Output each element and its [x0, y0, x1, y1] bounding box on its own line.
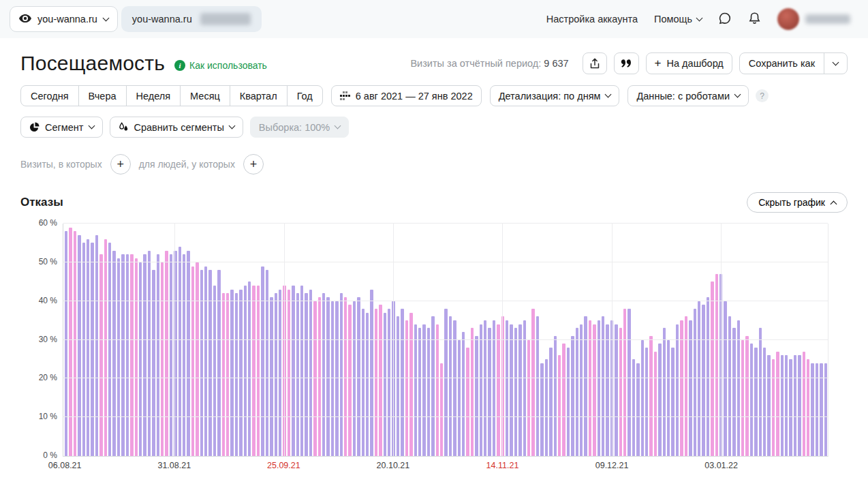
bar[interactable] [820, 363, 822, 456]
bar[interactable] [767, 355, 770, 456]
bar[interactable] [309, 290, 312, 456]
site-selector[interactable]: you-wanna.ru [10, 6, 118, 32]
bar[interactable] [732, 328, 735, 456]
help-icon[interactable]: ? [756, 89, 769, 102]
help-menu[interactable]: Помощь [654, 14, 702, 25]
bar[interactable] [781, 355, 784, 456]
bar[interactable] [750, 344, 753, 456]
bar[interactable] [292, 286, 294, 456]
period-tab-5[interactable]: Год [287, 85, 323, 106]
user-menu[interactable] [777, 8, 850, 30]
bar[interactable] [121, 254, 124, 456]
bar[interactable] [636, 363, 639, 456]
detalization-dropdown[interactable]: Детализация: по дням [490, 85, 620, 106]
bar[interactable] [554, 336, 557, 456]
bar[interactable] [204, 266, 207, 456]
bar[interactable] [715, 274, 718, 456]
bar[interactable] [728, 316, 731, 456]
bar[interactable] [466, 348, 469, 456]
bar[interactable] [623, 309, 626, 456]
bar[interactable] [318, 297, 321, 456]
save-as-dropdown[interactable] [824, 53, 847, 74]
bar[interactable] [108, 243, 111, 456]
bar[interactable] [157, 254, 159, 456]
bar[interactable] [183, 254, 185, 456]
bar[interactable] [74, 231, 76, 456]
period-tab-2[interactable]: Неделя [126, 85, 181, 106]
bar[interactable] [135, 258, 138, 456]
bar[interactable] [606, 324, 608, 456]
bar[interactable] [602, 316, 604, 456]
bar[interactable] [148, 251, 151, 456]
bar[interactable] [126, 254, 129, 456]
bar[interactable] [388, 309, 390, 456]
notes-button[interactable] [614, 52, 639, 74]
export-button[interactable] [583, 52, 607, 74]
bar[interactable] [222, 293, 225, 456]
bar[interactable] [816, 363, 818, 456]
bar[interactable] [95, 235, 98, 456]
bar[interactable] [436, 324, 439, 456]
bar[interactable] [449, 316, 452, 456]
bar[interactable] [362, 309, 365, 456]
bar[interactable] [584, 316, 587, 456]
bar[interactable] [741, 340, 744, 457]
bar[interactable] [397, 316, 399, 456]
bar[interactable] [567, 348, 570, 456]
bar[interactable] [296, 293, 299, 456]
bar[interactable] [807, 359, 809, 456]
bar[interactable] [370, 290, 373, 456]
bar[interactable] [598, 320, 600, 456]
bar[interactable] [453, 320, 456, 456]
bar[interactable] [65, 231, 67, 456]
how-to-use-link[interactable]: i Как использовать [174, 60, 267, 71]
bar[interactable] [510, 324, 512, 456]
bar[interactable] [754, 348, 757, 456]
bar[interactable] [275, 293, 277, 456]
bar[interactable] [279, 290, 281, 456]
bar[interactable] [711, 281, 713, 456]
account-settings-link[interactable]: Настройка аккаунта [546, 14, 638, 25]
bar[interactable] [571, 336, 574, 456]
bar[interactable] [658, 344, 661, 456]
bar[interactable] [440, 363, 443, 456]
bar[interactable] [484, 320, 486, 456]
bar[interactable] [562, 344, 565, 456]
bar[interactable] [475, 336, 478, 456]
bar[interactable] [480, 324, 482, 456]
bar[interactable] [685, 316, 687, 456]
bar[interactable] [405, 320, 408, 456]
bar[interactable] [130, 254, 133, 456]
bar[interactable] [580, 324, 583, 456]
bar[interactable] [772, 359, 775, 456]
bar[interactable] [444, 309, 447, 456]
sampling-dropdown[interactable]: Выборка: 100% [250, 117, 349, 138]
bar[interactable] [707, 297, 709, 456]
bar[interactable] [615, 324, 617, 456]
data-mode-dropdown[interactable]: Данные: с роботами [627, 85, 749, 106]
bar[interactable] [497, 324, 499, 456]
bar[interactable] [536, 316, 539, 456]
bar[interactable] [462, 332, 465, 456]
bar[interactable] [824, 363, 827, 456]
bar[interactable] [702, 305, 704, 456]
bar[interactable] [200, 270, 203, 456]
compare-segments-dropdown[interactable]: Сравнить сегменты [110, 117, 243, 138]
bar[interactable] [676, 324, 679, 456]
bar[interactable] [663, 328, 666, 456]
date-range-button[interactable]: 6 авг 2021 — 27 янв 2022 [331, 85, 482, 106]
bar[interactable] [649, 336, 652, 456]
bar[interactable] [357, 297, 360, 456]
bar[interactable] [217, 270, 220, 456]
bar[interactable] [252, 286, 255, 456]
bar[interactable] [737, 320, 740, 456]
bar[interactable] [244, 286, 247, 456]
bar[interactable] [208, 270, 211, 456]
bar[interactable] [471, 328, 474, 456]
bar[interactable] [514, 328, 517, 456]
bar[interactable] [427, 328, 430, 456]
bar[interactable] [645, 348, 648, 456]
bar[interactable] [288, 290, 290, 456]
period-tab-0[interactable]: Сегодня [20, 85, 79, 106]
bar[interactable] [179, 247, 181, 456]
